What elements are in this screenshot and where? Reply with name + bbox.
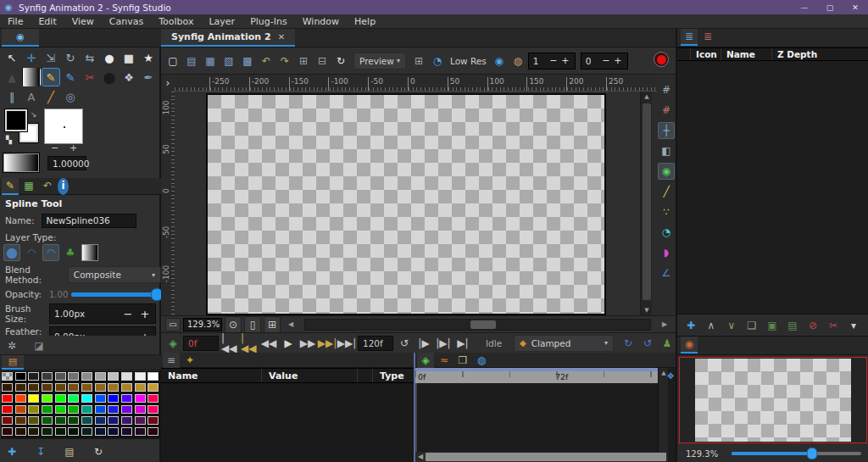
palette-swatch[interactable] <box>95 427 106 436</box>
gradient-tool-icon[interactable] <box>22 68 41 86</box>
menu-layer[interactable]: Layer <box>201 16 242 27</box>
menu-file[interactable]: File <box>0 16 31 27</box>
palette-swatch[interactable] <box>108 405 119 414</box>
palette-swatch[interactable] <box>135 394 146 403</box>
snap-grid-icon[interactable]: # <box>658 102 675 119</box>
width-tool-icon[interactable]: ∥ <box>3 87 21 106</box>
bounds-upper-button[interactable]: ▶| <box>454 335 471 352</box>
scroll-thumb[interactable] <box>643 103 651 300</box>
refresh-palette-icon[interactable]: ↻ <box>90 443 107 460</box>
link-origins-icon[interactable]: ✲ <box>3 337 20 354</box>
seek-prev-keyframe-button[interactable]: |◀◀ <box>241 335 258 352</box>
canvas-horizontal-scrollbar[interactable] <box>304 319 651 331</box>
palette-swatch[interactable] <box>121 427 132 436</box>
swap-colors-icon[interactable]: ↘ <box>31 111 37 119</box>
future-onion-spinner[interactable]: 0 − + <box>581 53 628 70</box>
rectangle-tool-icon[interactable]: ■ <box>120 48 138 67</box>
palette-swatch[interactable] <box>2 383 13 392</box>
radius-handles-icon[interactable]: ◔ <box>658 224 675 241</box>
palette-swatch[interactable] <box>121 405 132 414</box>
keyframes-tab[interactable]: ✦ <box>181 353 198 370</box>
render-icon[interactable]: ⊞ <box>295 53 312 70</box>
zoom-level-field[interactable]: 129.3% <box>183 318 222 331</box>
menu-plug-ins[interactable]: Plug-Ins <box>242 16 295 27</box>
menu-window[interactable]: Window <box>295 16 347 27</box>
past-keyframes-icon[interactable]: ↻ <box>620 335 637 352</box>
undo-icon[interactable]: ↶ <box>258 53 275 70</box>
palette-swatch[interactable] <box>68 405 79 414</box>
info-tab[interactable]: i <box>58 178 69 195</box>
seek-next-frame-button[interactable]: ▶▶ <box>299 335 316 352</box>
region-layer-icon[interactable]: ⬤ <box>3 244 20 261</box>
palette-swatch[interactable] <box>55 416 66 425</box>
menu-help[interactable]: Help <box>347 16 383 27</box>
blend-method-select[interactable]: Composite ▾ <box>68 266 161 283</box>
render-settings-icon[interactable]: ⊞ <box>410 53 427 70</box>
past-onion-spinner[interactable]: 1 − + <box>528 53 576 70</box>
palette-swatch[interactable] <box>108 427 119 436</box>
layers-list[interactable] <box>677 61 868 314</box>
close-button[interactable]: ✕ <box>843 0 868 14</box>
gradient-swatch[interactable] <box>3 153 39 172</box>
spinner-minus-icon[interactable]: − <box>601 55 611 66</box>
star-tool-icon[interactable]: ★ <box>139 48 158 67</box>
palette-swatch[interactable] <box>95 416 106 425</box>
circle-tool-icon[interactable]: ● <box>100 48 119 67</box>
new-layer-icon[interactable]: ✚ <box>682 317 699 334</box>
lower-layer-icon[interactable]: ∨ <box>723 317 740 334</box>
brush-tool-icon[interactable]: ⬤ <box>100 68 119 86</box>
spinner-plus-icon[interactable]: + <box>613 55 623 66</box>
raise-layer-icon[interactable]: ∧ <box>703 317 720 334</box>
toolbox-tab[interactable]: ◉ <box>2 29 39 47</box>
toggle-background-icon[interactable]: ◉ <box>491 53 508 70</box>
palette-swatch[interactable] <box>81 405 92 414</box>
palette-tab[interactable]: ▤ <box>2 355 24 370</box>
timetrack-timebar[interactable]: 0f 72f <box>415 368 658 383</box>
palette-swatch[interactable] <box>95 372 106 381</box>
canvas-viewport[interactable] <box>175 92 640 315</box>
palette-swatch[interactable] <box>2 405 13 414</box>
clear-icon[interactable]: ◪ <box>31 337 47 354</box>
palette-swatch[interactable] <box>81 427 92 436</box>
save-icon[interactable]: ▦ <box>202 53 219 70</box>
spline-tool-icon[interactable]: ✎ <box>42 68 60 86</box>
scroll-right-icon[interactable]: ▶ <box>657 318 672 331</box>
outline-color-swatch[interactable] <box>5 109 27 131</box>
canvas-surface[interactable] <box>206 93 606 315</box>
zoom-fit-canvas-icon[interactable]: ⊙ <box>225 316 242 333</box>
feather-stepper[interactable]: 0.00px + <box>49 326 156 336</box>
save-palette-icon[interactable]: ↧ <box>32 443 49 460</box>
menu-view[interactable]: View <box>64 16 102 27</box>
palette-swatch[interactable] <box>15 405 26 414</box>
interpolation-select[interactable]: ◆ Clamped ▾ <box>514 335 614 352</box>
palette-swatch[interactable] <box>15 427 26 436</box>
ruler-expander[interactable]: › <box>161 75 175 92</box>
palette-swatch[interactable] <box>135 427 146 436</box>
zoom-tool-icon[interactable]: ◎ <box>61 87 80 106</box>
palette-swatch[interactable] <box>147 394 159 403</box>
palette-swatch[interactable] <box>147 405 159 414</box>
palette-swatch[interactable] <box>15 372 26 381</box>
refresh-icon[interactable]: ↻ <box>332 53 349 70</box>
gradient-layer-icon[interactable] <box>81 244 98 261</box>
palette-swatch[interactable] <box>81 383 92 392</box>
advanced-outline-layer-icon[interactable]: ◠ <box>42 244 59 261</box>
menu-edit[interactable]: Edit <box>31 16 64 27</box>
ungroup-layer-icon[interactable]: ▤ <box>784 317 801 334</box>
current-time-field[interactable]: 0f <box>183 336 219 351</box>
palette-swatch[interactable] <box>42 427 53 436</box>
play-normal-button[interactable]: |▶ <box>415 335 432 352</box>
palette-swatch[interactable] <box>28 383 39 392</box>
palette-swatch[interactable] <box>95 394 106 403</box>
quality-icon[interactable]: ◔ <box>429 53 446 70</box>
vertex-handles-icon[interactable]: ∵ <box>658 203 675 220</box>
sketch-tool-icon[interactable]: ╱ <box>42 87 60 106</box>
palette-swatch[interactable] <box>2 372 13 381</box>
palette-swatch[interactable] <box>147 416 159 425</box>
scroll-left-icon[interactable]: ◀ <box>283 318 298 331</box>
animate-mode-icon[interactable]: ♟ <box>659 335 676 352</box>
slider-handle[interactable] <box>807 448 817 459</box>
pan-icon[interactable]: ✥ <box>667 370 676 381</box>
restore-button[interactable]: ▢ <box>817 0 843 14</box>
seek-begin-button[interactable]: |◀◀ <box>221 335 238 352</box>
